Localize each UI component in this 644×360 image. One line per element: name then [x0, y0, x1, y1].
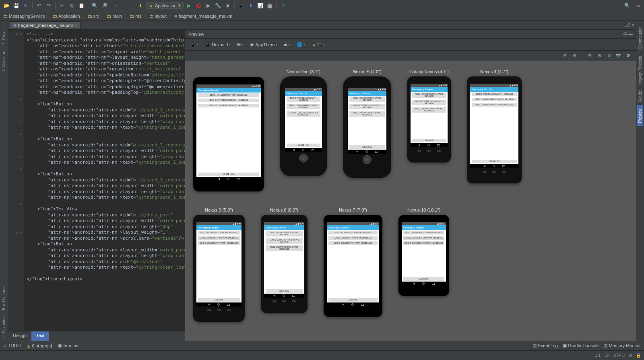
zoom-fit-icon[interactable]: ⊕: [586, 52, 593, 60]
cursor-position[interactable]: 1:1: [595, 353, 601, 358]
context-icon[interactable]: ⊞: [629, 353, 632, 358]
device-preview[interactable]: Nexus 7 (7.0") ◢ ▮ 5:00 Messaging Sample…: [324, 208, 382, 317]
device-preview[interactable]: Nexus 6 (6.0") ◢ ▮ 5:00 Messaging Sample…: [261, 208, 308, 313]
devices-canvas[interactable]: ◢ ▮ 5:00 Messaging Sample SEND 1 CONVERS…: [185, 61, 636, 341]
settings-icon[interactable]: ⚙: [623, 31, 627, 36]
forward-icon[interactable]: →: [123, 2, 131, 10]
rail-preview[interactable]: Preview: [637, 105, 643, 126]
config-icon[interactable]: ⊞▾: [235, 41, 245, 48]
redo-icon[interactable]: ↷: [45, 2, 53, 10]
editor-tab-bar: ◆ fragment_message_me.xml × ⊞3 ▾: [8, 21, 636, 30]
device-preview[interactable]: Nexus One (3.7") ◢ ▮ 5:00 Messaging Samp…: [280, 69, 327, 176]
terminal-tab[interactable]: ▣ Terminal: [58, 343, 79, 348]
undo-icon[interactable]: ↶: [35, 2, 43, 10]
todo-tab[interactable]: ✓ TODO: [3, 343, 21, 348]
android-tab[interactable]: ▲ 6: Android: [26, 344, 52, 348]
stop-icon[interactable]: ■: [224, 2, 232, 10]
minimize-icon[interactable]: —: [628, 31, 633, 36]
preview-settings-icon[interactable]: ⚙: [625, 52, 632, 60]
sdk-icon[interactable]: ⬇: [247, 2, 255, 10]
rail-maven[interactable]: Maven Projects: [637, 53, 643, 87]
ddms-icon[interactable]: 📊: [256, 2, 264, 10]
device-label: Nexus 5 (5.0"): [205, 208, 233, 212]
close-tab-icon[interactable]: ×: [74, 23, 77, 28]
device-preview[interactable]: ◢ ▮ 5:00 Messaging Sample SEND 1 CONVERS…: [193, 69, 264, 191]
bc-0[interactable]: 🗀MessagingService: [3, 14, 45, 19]
bc-3[interactable]: 🗀main: [107, 14, 122, 19]
lock-icon[interactable]: 🔒: [636, 353, 641, 358]
footer-bar: 1:1 LF UTF-8 ⊞ 🔒: [0, 350, 644, 360]
zoom-actual-icon[interactable]: ⊖: [596, 52, 603, 60]
back-icon[interactable]: ←: [114, 2, 122, 10]
bc-1[interactable]: 🗀Application: [53, 14, 80, 19]
folder-icon: 🗀: [130, 14, 134, 19]
device-selector[interactable]: 📱Nexus 9▾: [203, 41, 232, 48]
replace-icon[interactable]: 🔎: [100, 2, 108, 10]
run-icon[interactable]: ▶: [185, 2, 193, 10]
design-tab[interactable]: Design: [8, 331, 31, 341]
api-selector[interactable]: ▲21▾: [310, 41, 326, 48]
search-everywhere-icon[interactable]: 🔍: [623, 2, 631, 10]
bc-6[interactable]: ◆fragment_message_me.xml: [174, 13, 233, 19]
attach-debugger-icon[interactable]: 🔧: [214, 2, 222, 10]
xml-file-icon: ◆: [174, 13, 178, 19]
device-label: Nexus 10 (10.1"): [407, 208, 440, 212]
run-config-label: Application: [155, 3, 177, 8]
android-robot-icon[interactable]: 🤖: [266, 2, 274, 10]
rail-build-variants[interactable]: Build Variants: [1, 282, 7, 313]
bc-5[interactable]: 🗀layout: [149, 14, 167, 19]
zoom-in-icon[interactable]: ⊕: [561, 52, 568, 60]
device-preview[interactable]: Nexus S (4.0") ◢ ▮ 5:00 Messaging Sample…: [343, 69, 391, 178]
design-text-tabs: Design Text: [8, 331, 185, 341]
gradle-console-tab[interactable]: ▣ Gradle Console: [563, 343, 599, 348]
locale-icon[interactable]: 🌐▾: [295, 41, 307, 48]
find-icon[interactable]: 🔍: [91, 2, 99, 10]
event-log-tab[interactable]: ▤ Event Log: [533, 343, 558, 348]
tab-counter[interactable]: ⊞3: [624, 23, 630, 28]
rail-favorites[interactable]: 2: Favorites: [1, 313, 7, 341]
device-preview[interactable]: Nexus 5 (5.0") ◢ ▮ 5:00 Messaging Sample…: [193, 208, 245, 322]
coverage-icon[interactable]: ▶: [204, 2, 213, 10]
zoom-out-icon[interactable]: ⊖: [571, 52, 578, 60]
file-tab[interactable]: ◆ fragment_message_me.xml ×: [10, 21, 80, 29]
help-icon[interactable]: ?: [279, 2, 287, 10]
cut-icon[interactable]: ✂: [58, 2, 66, 10]
rail-structure[interactable]: 7: Structure: [1, 47, 7, 75]
activity-icon[interactable]: ☰▾: [282, 41, 292, 48]
encoding[interactable]: UTF-8: [613, 353, 625, 358]
copy-icon[interactable]: ⎘: [68, 2, 76, 10]
device-preview[interactable]: Nexus 10 (10.1") ◢ ▮ 5:00 Messaging Samp…: [398, 208, 449, 296]
screenshot-icon[interactable]: 📷: [615, 52, 622, 60]
bc-2[interactable]: 🗀src: [88, 14, 99, 19]
memory-monitor-tab[interactable]: ▤ Memory Monitor: [603, 343, 641, 348]
folder-icon: 🗀: [3, 14, 8, 19]
run-config-selector[interactable]: ▲ Application ▾: [146, 2, 184, 9]
sync-icon[interactable]: ↻: [22, 2, 30, 10]
text-tab[interactable]: Text: [31, 331, 49, 341]
make-icon[interactable]: ⬇: [136, 2, 144, 10]
avd-icon[interactable]: 📱: [237, 2, 245, 10]
refresh-icon[interactable]: ↻: [605, 52, 613, 60]
rail-gradle[interactable]: Gradle: [637, 87, 643, 105]
device-label: Nexus 6 (6.0"): [270, 208, 298, 212]
rail-project[interactable]: 1: Project: [1, 24, 7, 47]
device-preview[interactable]: Galaxy Nexus (4.7") ◢ ▮ 5:00 Messaging S…: [407, 69, 451, 163]
orientation-icon[interactable]: 📱▾: [188, 41, 200, 48]
rail-commander[interactable]: Commander: [637, 24, 643, 53]
device-preview[interactable]: Nexus 4 (4.7") ◢ ▮ 5:00 Messaging Sample…: [467, 69, 522, 183]
code-content[interactable]: <!--...--> <"tag">LinearLayout "attr-ns"…: [24, 30, 185, 331]
debug-icon[interactable]: 🐞: [195, 2, 203, 10]
preview-toolbar: 📱▾ 📱Nexus 9▾ ⊞▾ ◉AppTheme ☰▾ 🌐▾ ▲21▾: [185, 39, 636, 51]
android-icon: ▲: [149, 3, 153, 8]
folder-icon: 🗀: [53, 14, 57, 19]
device-label: Galaxy Nexus (4.7"): [409, 69, 449, 74]
theme-selector[interactable]: ◉AppTheme: [248, 41, 279, 48]
open-icon[interactable]: 📂: [2, 2, 10, 10]
line-separator[interactable]: LF: [605, 353, 609, 358]
right-tool-rail: Commander Maven Projects Gradle Preview: [636, 21, 644, 341]
paste-icon[interactable]: 📋: [77, 2, 85, 10]
window-icon[interactable]: ▭: [634, 2, 642, 10]
tab-menu-icon[interactable]: ▾: [632, 23, 634, 28]
save-icon[interactable]: 💾: [12, 2, 20, 10]
bc-4[interactable]: 🗀res: [130, 14, 141, 19]
